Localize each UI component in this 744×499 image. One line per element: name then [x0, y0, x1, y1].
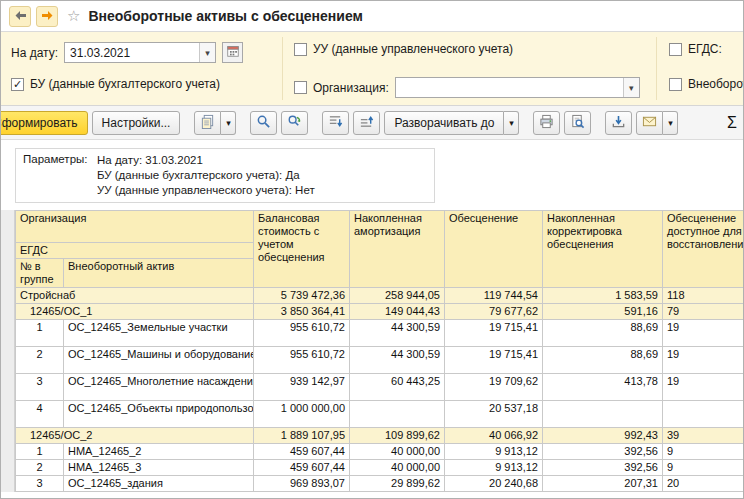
- asset-name-cell[interactable]: ОС_12465_здания: [64, 476, 254, 492]
- org-dropdown-button[interactable]: ▾: [623, 78, 639, 97]
- table-row[interactable]: −12465/ОС_13 850 364,41149 044,4379 677,…: [16, 304, 744, 320]
- value-cell[interactable]: 258 944,05: [350, 288, 445, 304]
- asset-name-cell[interactable]: ОС_12465_Машины и оборудование (кроме: [64, 347, 254, 374]
- group-name-cell[interactable]: −12465/ОС_2: [16, 428, 254, 444]
- value-cell[interactable]: 955 610,72: [254, 347, 350, 374]
- table-row[interactable]: 2ОС_12465_Машины и оборудование (кроме95…: [16, 347, 744, 374]
- value-cell[interactable]: 5 739 472,36: [254, 288, 350, 304]
- group-number-cell[interactable]: 2: [16, 460, 64, 476]
- value-cell[interactable]: 119 744,54: [445, 288, 543, 304]
- value-cell[interactable]: 19: [663, 347, 744, 374]
- value-cell[interactable]: 109 899,62: [350, 428, 445, 444]
- back-button[interactable]: [9, 6, 31, 27]
- value-cell[interactable]: 40 000,00: [350, 460, 445, 476]
- value-cell[interactable]: [663, 401, 744, 428]
- value-cell[interactable]: 9: [663, 460, 744, 476]
- group-number-cell[interactable]: 3: [16, 476, 64, 492]
- value-cell[interactable]: 20 240,68: [445, 476, 543, 492]
- table-row[interactable]: 1НМА_12465_2459 607,4440 000,009 913,123…: [16, 444, 744, 460]
- value-cell[interactable]: 939 142,97: [254, 374, 350, 401]
- value-cell[interactable]: 392,56: [543, 444, 663, 460]
- value-cell[interactable]: 44 300,59: [350, 347, 445, 374]
- table-row[interactable]: 4ОС_12465_Объекты природопользования1 00…: [16, 401, 744, 428]
- value-cell[interactable]: 9 913,12: [445, 460, 543, 476]
- egds-checkbox[interactable]: [669, 43, 682, 56]
- value-cell[interactable]: 39: [663, 428, 744, 444]
- settings-button[interactable]: Настройки...: [92, 111, 181, 135]
- value-cell[interactable]: 3 850 364,41: [254, 304, 350, 320]
- generate-button[interactable]: Сформировать: [0, 111, 88, 135]
- date-dropdown-button[interactable]: ▾: [199, 43, 215, 62]
- find-button[interactable]: [250, 111, 277, 135]
- asset-name-cell[interactable]: ОС_12465_Многолетние насаждения: [64, 374, 254, 401]
- date-input[interactable]: 31.03.2021 ▾: [64, 42, 216, 63]
- table-row[interactable]: −Стройснаб5 739 472,36258 944,05119 744,…: [16, 288, 744, 304]
- table-row[interactable]: 3ОС_12465_здания969 893,0729 899,6220 24…: [16, 476, 744, 492]
- value-cell[interactable]: 9: [663, 444, 744, 460]
- table-row[interactable]: −12465/ОС_21 889 107,95109 899,6240 066,…: [16, 428, 744, 444]
- value-cell[interactable]: 88,69: [543, 347, 663, 374]
- value-cell[interactable]: 591,16: [543, 304, 663, 320]
- collapse-groups-button[interactable]: [353, 111, 380, 135]
- value-cell[interactable]: 1 000 000,00: [254, 401, 350, 428]
- expand-groups-button[interactable]: [322, 111, 349, 135]
- save-button[interactable]: [605, 111, 632, 135]
- group-number-cell[interactable]: 3: [16, 374, 64, 401]
- value-cell[interactable]: 19 715,41: [445, 320, 543, 347]
- find-next-button[interactable]: [281, 111, 308, 135]
- value-cell[interactable]: 413,78: [543, 374, 663, 401]
- asset-name-cell[interactable]: НМА_12465_3: [64, 460, 254, 476]
- value-cell[interactable]: 44 300,59: [350, 320, 445, 347]
- group-number-cell[interactable]: 2: [16, 347, 64, 374]
- favorite-star-icon[interactable]: ☆: [67, 7, 80, 25]
- value-cell[interactable]: [543, 401, 663, 428]
- bu-checkbox[interactable]: ✓: [11, 78, 24, 91]
- group-name-cell[interactable]: −12465/ОС_1: [16, 304, 254, 320]
- expand-to-dropdown[interactable]: ▾: [504, 111, 519, 135]
- value-cell[interactable]: 20: [663, 476, 744, 492]
- table-row[interactable]: 1ОС_12465_Земельные участки955 610,7244 …: [16, 320, 744, 347]
- group-number-cell[interactable]: 1: [16, 444, 64, 460]
- group-name-cell[interactable]: −Стройснаб: [16, 288, 254, 304]
- forward-button[interactable]: [36, 6, 58, 27]
- org-checkbox[interactable]: [294, 81, 307, 94]
- value-cell[interactable]: 1 583,59: [543, 288, 663, 304]
- value-cell[interactable]: 29 899,62: [350, 476, 445, 492]
- value-cell[interactable]: 1 889 107,95: [254, 428, 350, 444]
- value-cell[interactable]: 20 537,18: [445, 401, 543, 428]
- value-cell[interactable]: 79: [663, 304, 744, 320]
- asset-name-cell[interactable]: ОС_12465_Земельные участки: [64, 320, 254, 347]
- print-preview-button[interactable]: [564, 111, 591, 135]
- value-cell[interactable]: 207,31: [543, 476, 663, 492]
- value-cell[interactable]: 149 044,43: [350, 304, 445, 320]
- group-number-cell[interactable]: 1: [16, 320, 64, 347]
- value-cell[interactable]: 969 893,07: [254, 476, 350, 492]
- value-cell[interactable]: 40 000,00: [350, 444, 445, 460]
- report-variants-dropdown[interactable]: ▾: [221, 111, 236, 135]
- report-variants-button[interactable]: [194, 111, 221, 135]
- value-cell[interactable]: 392,56: [543, 460, 663, 476]
- value-cell[interactable]: 19: [663, 320, 744, 347]
- value-cell[interactable]: 88,69: [543, 320, 663, 347]
- calendar-button[interactable]: [222, 42, 243, 63]
- asset-name-cell[interactable]: НМА_12465_2: [64, 444, 254, 460]
- value-cell[interactable]: 19: [663, 374, 744, 401]
- org-combobox[interactable]: ▾: [395, 77, 640, 98]
- autosum-button[interactable]: Σ: [723, 114, 737, 132]
- value-cell[interactable]: 118: [663, 288, 744, 304]
- value-cell[interactable]: 9 913,12: [445, 444, 543, 460]
- value-cell[interactable]: 955 610,72: [254, 320, 350, 347]
- vneob-checkbox[interactable]: [669, 78, 682, 91]
- value-cell[interactable]: [350, 401, 445, 428]
- value-cell[interactable]: 459 607,44: [254, 444, 350, 460]
- expand-to-button[interactable]: Разворачивать до: [384, 111, 504, 135]
- table-row[interactable]: 2НМА_12465_3459 607,4440 000,009 913,123…: [16, 460, 744, 476]
- send-email-dropdown[interactable]: ▾: [663, 111, 678, 135]
- value-cell[interactable]: 19 709,62: [445, 374, 543, 401]
- send-email-button[interactable]: [636, 111, 663, 135]
- group-number-cell[interactable]: 4: [16, 401, 64, 428]
- value-cell[interactable]: 79 677,62: [445, 304, 543, 320]
- print-button[interactable]: [533, 111, 560, 135]
- value-cell[interactable]: 459 607,44: [254, 460, 350, 476]
- value-cell[interactable]: 40 066,92: [445, 428, 543, 444]
